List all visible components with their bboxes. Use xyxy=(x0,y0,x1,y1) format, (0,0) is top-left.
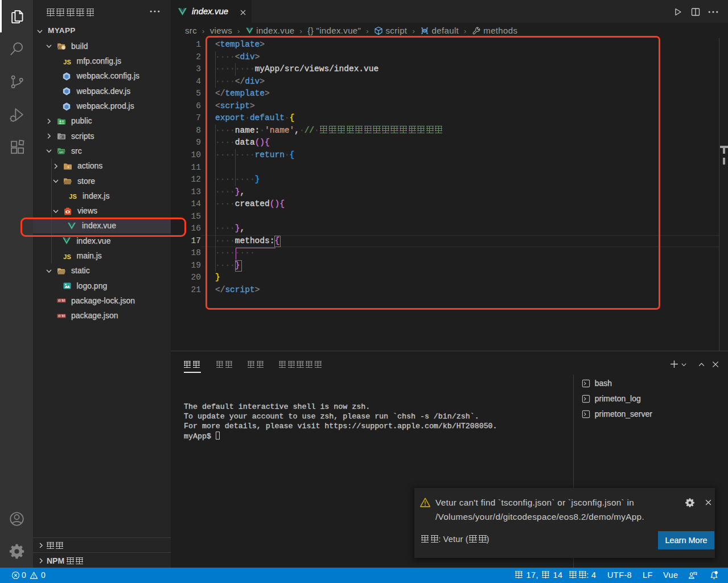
svg-text:JS: JS xyxy=(63,58,71,65)
svg-text:JS: JS xyxy=(63,253,71,260)
svg-text:JS: JS xyxy=(69,193,76,200)
